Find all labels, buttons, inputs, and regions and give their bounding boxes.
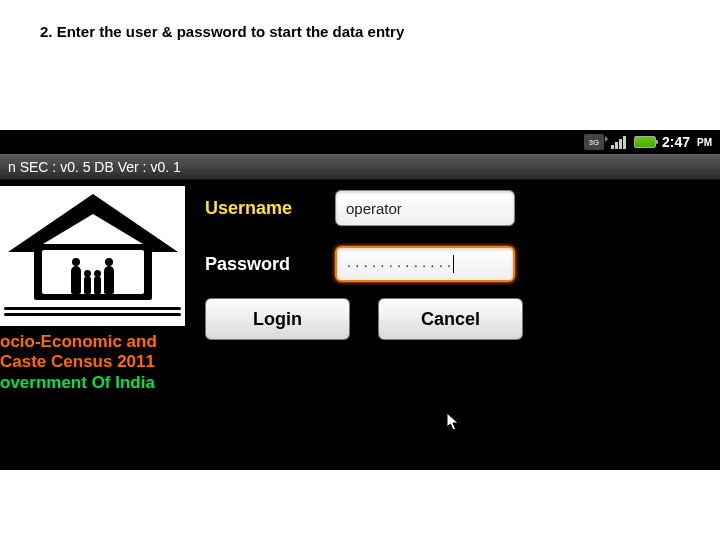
login-button[interactable]: Login [205,298,350,340]
status-time: 2:47 [662,134,690,150]
password-label: Password [205,254,317,275]
username-input[interactable]: operator [335,190,515,226]
cancel-button-label: Cancel [421,309,480,330]
login-form: Username operator Password · · · · · · ·… [205,186,515,340]
device-screenshot: 3G 2:47 PM n SEC : v0. 5 DB Ver : v0. 1 … [0,130,720,470]
app-title-text: n SEC : v0. 5 DB Ver : v0. 1 [8,159,181,175]
app-content: ocio-Economic and Caste Census 2011 over… [0,180,720,470]
signal-icon [610,135,628,149]
brand-text: ocio-Economic and Caste Census 2011 over… [0,332,195,393]
status-bar: 3G 2:47 PM [0,130,720,154]
cursor-icon [446,412,460,432]
status-ampm: PM [697,137,712,148]
cancel-button[interactable]: Cancel [378,298,523,340]
username-label: Username [205,198,317,219]
password-input[interactable]: · · · · · · · · · · · · · [335,246,515,282]
battery-icon [634,136,656,148]
census-logo [0,186,185,326]
username-value: operator [346,200,402,217]
app-title-bar: n SEC : v0. 5 DB Ver : v0. 1 [0,154,720,180]
brand-line-2: overnment Of India [0,373,195,393]
password-value: · · · · · · · · · · · · · [347,256,451,273]
network-3g-icon: 3G [584,134,604,150]
brand-line-1: ocio-Economic and Caste Census 2011 [0,332,195,371]
slide-caption: 2. Enter the user & password to start th… [40,22,420,42]
login-button-label: Login [253,309,302,330]
